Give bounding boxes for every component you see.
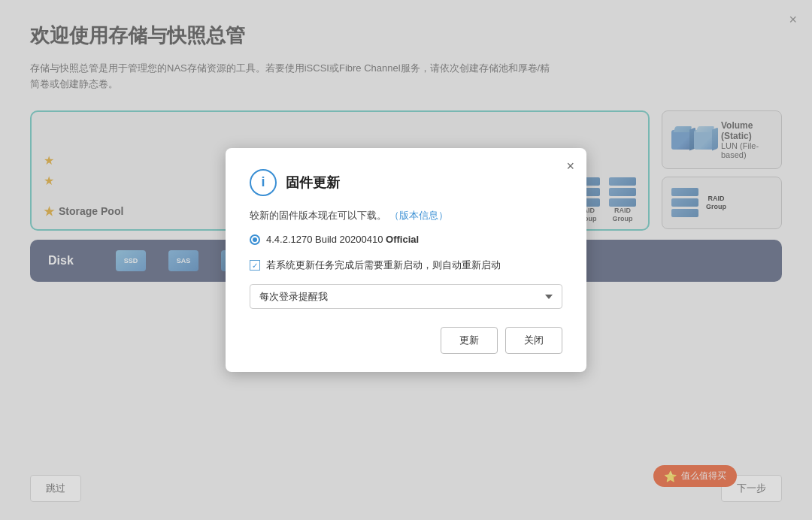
main-page: × 欢迎使用存储与快照总管 存储与快照总管是用于管理您的NAS存储资源的工具。若…: [0, 0, 812, 520]
modal-description: 较新的固件版本现在可以下载。: [250, 210, 386, 221]
firmware-modal: × i 固件更新 较新的固件版本现在可以下载。 （版本信息） 4.4.2.127…: [226, 148, 586, 373]
modal-title: 固件更新: [286, 174, 340, 192]
modal-header: i 固件更新: [250, 169, 562, 196]
info-icon: i: [250, 169, 277, 196]
auto-restart-checkbox[interactable]: [250, 260, 260, 271]
reminder-dropdown[interactable]: 每次登录提醒我 不再提醒 稍后提醒: [250, 284, 562, 309]
modal-body: 较新的固件版本现在可以下载。 （版本信息）: [250, 208, 562, 224]
update-button[interactable]: 更新: [441, 327, 498, 354]
modal-overlay: × i 固件更新 较新的固件版本现在可以下载。 （版本信息） 4.4.2.127…: [0, 0, 812, 520]
version-info-link[interactable]: （版本信息）: [389, 210, 448, 221]
version-text: 4.4.2.1270 Build 20200410 Official: [266, 234, 419, 245]
modal-close-button[interactable]: ×: [566, 159, 574, 174]
modal-version-row: 4.4.2.1270 Build 20200410 Official: [250, 234, 562, 245]
modal-footer: 更新 关闭: [250, 327, 562, 354]
close-modal-button[interactable]: 关闭: [505, 327, 562, 354]
checkbox-label: 若系统更新任务完成后需要重新启动，则自动重新启动: [266, 258, 501, 272]
version-radio[interactable]: [250, 234, 260, 245]
modal-checkbox-row: 若系统更新任务完成后需要重新启动，则自动重新启动: [250, 258, 562, 272]
